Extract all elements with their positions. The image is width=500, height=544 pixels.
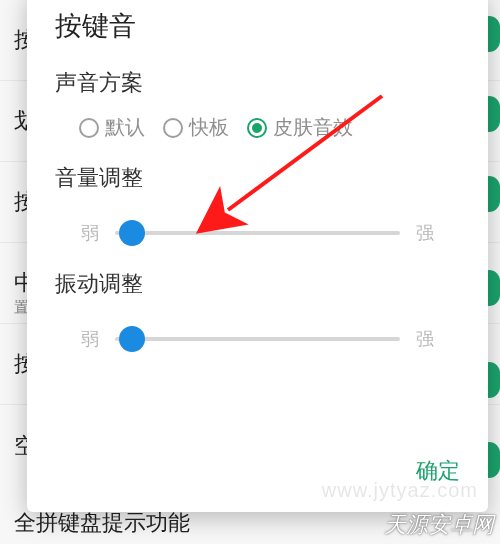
radio-icon xyxy=(79,118,99,138)
slider-thumb[interactable] xyxy=(119,326,145,352)
confirm-button[interactable]: 确定 xyxy=(416,456,460,486)
slider-min-label: 弱 xyxy=(79,327,101,351)
radio-icon xyxy=(247,118,267,138)
radio-default[interactable]: 默认 xyxy=(79,114,145,141)
key-sound-dialog: 按键音 声音方案 默认 快板 皮肤音效 音量调整 弱 强 振动调整 弱 xyxy=(27,0,488,512)
dialog-title: 按键音 xyxy=(27,4,488,62)
vibration-label: 振动调整 xyxy=(27,263,488,315)
vibration-slider[interactable]: 弱 强 xyxy=(55,327,460,351)
sound-scheme-label: 声音方案 xyxy=(27,62,488,114)
slider-min-label: 弱 xyxy=(79,221,101,245)
slider-max-label: 强 xyxy=(414,327,436,351)
sound-scheme-options: 默认 快板 皮肤音效 xyxy=(27,114,488,157)
slider-track[interactable] xyxy=(115,337,400,341)
settings-row-label: 全拼键盘提示功能 xyxy=(14,508,190,538)
volume-label: 音量调整 xyxy=(27,157,488,209)
radio-icon xyxy=(163,118,183,138)
slider-max-label: 强 xyxy=(414,221,436,245)
radio-skin-sound[interactable]: 皮肤音效 xyxy=(247,114,353,141)
slider-track[interactable] xyxy=(115,231,400,235)
radio-kuaiban[interactable]: 快板 xyxy=(163,114,229,141)
slider-thumb[interactable] xyxy=(119,220,145,246)
volume-slider[interactable]: 弱 强 xyxy=(55,221,460,245)
